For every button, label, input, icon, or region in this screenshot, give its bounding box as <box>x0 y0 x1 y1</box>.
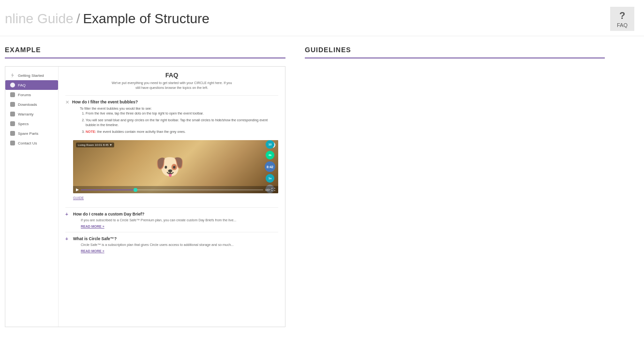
mock-sidebar-item-spare-parts[interactable]: Spare Parts <box>5 129 58 138</box>
example-panel: EXAMPLE Getting Started FAQ Forums <box>5 46 285 327</box>
mock-video-room-label: Living Room 10:01 8:45 ▼ <box>76 143 114 147</box>
mock-faq-collapsed-text-2: Circle Safe™ is a subscription plan that… <box>73 243 234 247</box>
mock-video-overlay: Living Room 10:01 8:45 ▼ 10 4k 8:42 1s ⋯ <box>73 140 278 193</box>
mock-expand-icon-1[interactable]: + <box>65 212 70 216</box>
mock-sidebar-item-faq[interactable]: FAQ <box>5 80 58 90</box>
mock-progress-bar <box>81 189 263 190</box>
mock-faq-step-3: NOTE: the event bubbles contain more act… <box>86 129 278 135</box>
faq-corner-label: FAQ <box>617 22 628 28</box>
mock-faq-collapsed-question-1: How do I create a custom Day Brief? <box>73 212 236 216</box>
mock-sidebar-label: Warranty <box>18 112 33 116</box>
lightning-icon <box>10 73 15 78</box>
mock-faq-collapsed-header-1: + How do I create a custom Day Brief? If… <box>65 212 278 228</box>
mock-sidebar-label: Getting Started <box>18 73 44 78</box>
mock-faq-expanded-header: ✕ How do I filter the event bubbles? To … <box>65 100 278 138</box>
breadcrumb-parent: nline Guide <box>5 11 74 27</box>
mock-sidebar-label: Spare Parts <box>18 131 38 136</box>
mock-guide-link[interactable]: GUIDE <box>73 196 278 200</box>
tool-icon <box>10 131 15 136</box>
example-panel-label: EXAMPLE <box>5 46 285 58</box>
download-icon <box>10 102 15 107</box>
mock-faq-step-2: You will see small blue and grey circles… <box>86 118 278 128</box>
mock-faq-step-1: From the live view, tap the three dots o… <box>86 111 278 116</box>
mock-sidebar-item-forums[interactable]: Forums <box>5 90 58 100</box>
mock-bubble-2[interactable]: 4k <box>266 151 274 159</box>
shield-icon <box>10 112 15 116</box>
question-icon <box>10 83 15 87</box>
mock-sidebar-label: Forums <box>18 93 31 97</box>
main-content: EXAMPLE Getting Started FAQ Forums <box>0 36 644 337</box>
mock-sidebar-label: Specs <box>18 122 29 126</box>
mock-faq-expanded-answer: To filter the event bubbles you would li… <box>72 106 278 135</box>
mock-sidebar-label: Downloads <box>18 102 37 107</box>
mock-sidebar-label: FAQ <box>18 83 26 87</box>
faq-close-icon[interactable]: ✕ <box>65 100 69 105</box>
breadcrumb-current: Example of Structure <box>83 11 209 27</box>
mock-sidebar-item-warranty[interactable]: Warranty <box>5 109 58 119</box>
faq-note-label: NOTE: <box>86 130 96 133</box>
mock-video-preview: Living Room 10:01 8:45 ▼ 10 4k 8:42 1s ⋯ <box>73 140 278 193</box>
mock-main-subtitle: We've put everything you need to get sta… <box>65 81 278 90</box>
faq-corner-symbol: ? <box>619 10 625 21</box>
mock-faq-collapsed-2: + What is Circle Safe™? Circle Safe™ is … <box>65 232 278 257</box>
header: nline Guide / Example of Structure ? FAQ <box>0 0 644 36</box>
mock-expand-icon-2[interactable]: + <box>65 236 70 241</box>
mock-sidebar-item-downloads[interactable]: Downloads <box>5 100 58 109</box>
mock-faq-answer-intro: To filter the event bubbles you would li… <box>80 107 152 110</box>
mock-hd-button[interactable]: HD <box>265 188 270 191</box>
faq-corner-button[interactable]: ? FAQ <box>610 7 634 31</box>
mock-fullscreen-button[interactable]: ⛶ <box>271 187 275 192</box>
mock-app-preview: Getting Started FAQ Forums Downloads War… <box>5 66 285 327</box>
mock-bubble-3[interactable]: 8:42 <box>265 161 275 172</box>
mock-bubble-4[interactable]: 1s <box>266 174 274 183</box>
mock-faq-collapsed-question-2: What is Circle Safe™? <box>73 236 234 241</box>
mock-video-bottom-controls: ▶ HD ⛶ <box>73 186 278 193</box>
list-icon <box>10 121 15 126</box>
mock-read-more-2[interactable]: READ MORE » <box>81 249 234 253</box>
guidelines-panel-label: GUIDELINES <box>305 46 605 58</box>
mock-faq-collapsed-text-1: If you are subscribed to a Circle Safe™ … <box>73 218 236 223</box>
mock-sidebar-item-contact-us[interactable]: Contact Us <box>5 138 58 148</box>
mock-video-bubbles: 10 4k 8:42 1s ⋯ <box>265 140 275 193</box>
mock-faq-collapsed-header-2: + What is Circle Safe™? Circle Safe™ is … <box>65 236 278 253</box>
mock-progress-dot <box>134 188 137 192</box>
chat-icon <box>10 92 15 97</box>
breadcrumb: nline Guide / Example of Structure <box>5 11 210 27</box>
mock-faq-collapsed-1: + How do I create a custom Day Brief? If… <box>65 207 278 232</box>
mock-progress-fill <box>81 189 135 190</box>
mock-play-button[interactable]: ▶ <box>76 187 79 192</box>
mock-sidebar-item-getting-started[interactable]: Getting Started <box>5 71 58 80</box>
breadcrumb-separator: / <box>76 11 80 27</box>
email-icon <box>10 141 15 145</box>
mock-sidebar: Getting Started FAQ Forums Downloads War… <box>5 67 59 327</box>
guidelines-panel: GUIDELINES <box>305 46 605 327</box>
mock-video-header: Living Room 10:01 8:45 ▼ <box>73 142 278 148</box>
mock-main-content: FAQ We've put everything you need to get… <box>59 67 285 327</box>
mock-sidebar-item-specs[interactable]: Specs <box>5 119 58 129</box>
mock-faq-expanded-question: How do I filter the event bubbles? <box>72 100 278 104</box>
mock-sidebar-label: Contact Us <box>18 141 37 145</box>
mock-read-more-1[interactable]: READ MORE » <box>81 225 236 228</box>
mock-bubble-1[interactable]: 10 <box>266 140 274 149</box>
mock-main-title: FAQ <box>65 72 278 79</box>
mock-faq-expanded: ✕ How do I filter the event bubbles? To … <box>65 95 278 208</box>
